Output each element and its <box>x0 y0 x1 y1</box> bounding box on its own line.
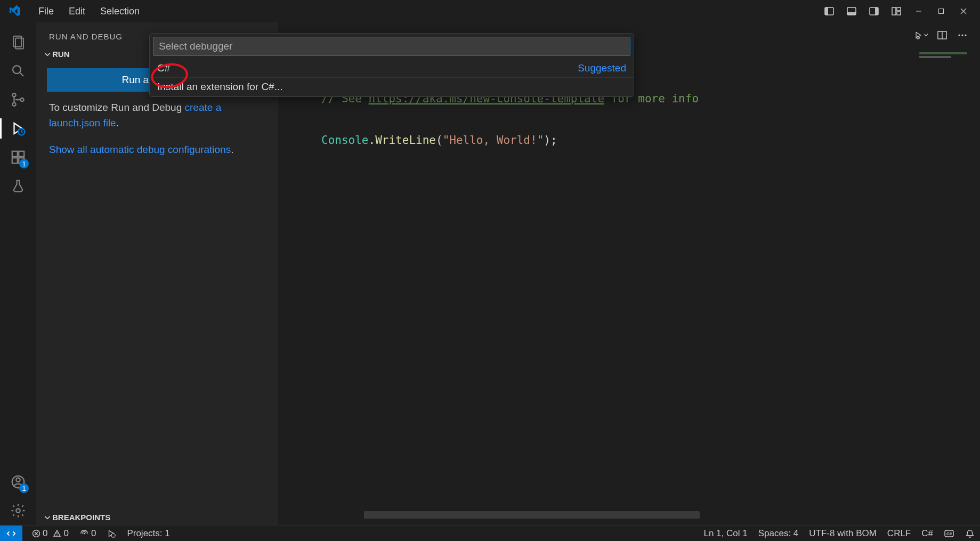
status-spaces[interactable]: Spaces: 4 <box>753 528 804 539</box>
remote-indicator-icon[interactable] <box>0 526 22 541</box>
chevron-down-icon <box>43 514 52 521</box>
accounts-badge: 1 <box>19 483 29 493</box>
menu-file[interactable]: File <box>31 4 61 19</box>
quick-pick: Select debugger C# Suggested Install an … <box>149 33 634 97</box>
activity-explorer-icon[interactable] <box>5 28 31 56</box>
chevron-down-icon <box>43 51 52 58</box>
svg-rect-10 <box>939 9 944 14</box>
svg-point-13 <box>13 66 21 74</box>
status-projects[interactable]: Projects: 1 <box>122 528 175 539</box>
svg-point-34 <box>84 532 85 534</box>
editor-gutter: 1 2 3 <box>279 48 321 525</box>
svg-rect-9 <box>916 11 921 12</box>
activity-accounts-icon[interactable]: 1 <box>5 467 31 496</box>
svg-rect-18 <box>12 151 18 157</box>
breakpoints-section-header[interactable]: BREAKPOINTS <box>36 510 278 525</box>
svg-rect-19 <box>12 158 18 163</box>
activity-source-control-icon[interactable] <box>5 85 31 114</box>
customize-text: To customize Run and Debug create a laun… <box>36 98 278 133</box>
show-configs-text: Show all automatic debug configurations. <box>36 140 278 160</box>
window-minimize-icon[interactable] <box>908 3 930 19</box>
quick-pick-placeholder: Select debugger <box>159 41 232 52</box>
status-errors[interactable]: 0 0 <box>27 528 74 539</box>
svg-rect-6 <box>892 7 896 15</box>
quick-pick-input[interactable]: Select debugger <box>153 37 630 56</box>
breakpoints-header-label: BREAKPOINTS <box>52 513 110 522</box>
minimap[interactable] <box>916 48 980 525</box>
svg-rect-7 <box>897 7 901 11</box>
show-auto-configs-link[interactable]: Show all automatic debug configurations <box>49 144 231 155</box>
svg-rect-8 <box>897 12 901 15</box>
status-ports[interactable]: 0 <box>74 528 101 539</box>
more-actions-icon[interactable] <box>954 27 970 43</box>
svg-point-15 <box>12 103 15 106</box>
window-close-icon[interactable] <box>952 3 975 19</box>
horizontal-scrollbar[interactable] <box>364 511 700 519</box>
menu-selection[interactable]: Selection <box>93 4 147 19</box>
svg-rect-3 <box>847 12 856 15</box>
svg-point-23 <box>16 478 20 482</box>
status-encoding[interactable]: UTF-8 with BOM <box>804 528 882 539</box>
vscode-logo-icon <box>9 5 21 18</box>
window-maximize-icon[interactable] <box>930 3 952 19</box>
quick-pick-item-install-ext[interactable]: Install an extension for C#... <box>150 78 634 96</box>
run-file-dropdown-icon[interactable] <box>914 27 930 43</box>
menu-edit[interactable]: Edit <box>61 4 93 19</box>
quick-pick-item-csharp[interactable]: C# Suggested <box>150 59 634 78</box>
svg-text:C#: C# <box>946 531 952 536</box>
status-eol[interactable]: CRLF <box>882 528 916 539</box>
svg-point-24 <box>16 508 20 513</box>
activity-settings-icon[interactable] <box>5 496 31 525</box>
svg-point-14 <box>12 93 15 96</box>
layout-panel-left-icon[interactable] <box>821 3 837 19</box>
extensions-badge: 1 <box>19 159 29 168</box>
run-header-label: RUN <box>52 50 70 59</box>
svg-rect-1 <box>825 7 828 15</box>
editor-content[interactable]: // See https://aka.ms/new-console-templa… <box>321 48 916 525</box>
activity-testing-icon[interactable] <box>5 172 31 200</box>
status-csharp-icon[interactable]: C# <box>938 528 960 539</box>
layout-panel-bottom-icon[interactable] <box>844 3 860 19</box>
svg-point-28 <box>958 34 960 36</box>
svg-rect-21 <box>19 151 24 157</box>
status-debug-icon[interactable] <box>101 529 122 538</box>
split-editor-icon[interactable] <box>934 27 950 43</box>
quick-pick-suggested-label: Suggested <box>578 62 626 74</box>
activity-search-icon[interactable] <box>5 56 31 85</box>
status-language[interactable]: C# <box>916 528 938 539</box>
svg-rect-5 <box>875 7 878 15</box>
layout-customize-icon[interactable] <box>888 3 904 19</box>
layout-panel-right-icon[interactable] <box>866 3 882 19</box>
svg-point-33 <box>57 535 58 536</box>
svg-point-16 <box>20 98 23 101</box>
svg-point-30 <box>965 34 966 36</box>
status-ln-col[interactable]: Ln 1, Col 1 <box>698 528 752 539</box>
svg-point-29 <box>961 34 963 36</box>
status-notifications-icon[interactable] <box>960 529 980 538</box>
svg-point-35 <box>111 534 115 537</box>
activity-extensions-icon[interactable]: 1 <box>5 143 31 172</box>
activity-run-debug-icon[interactable] <box>5 114 31 143</box>
